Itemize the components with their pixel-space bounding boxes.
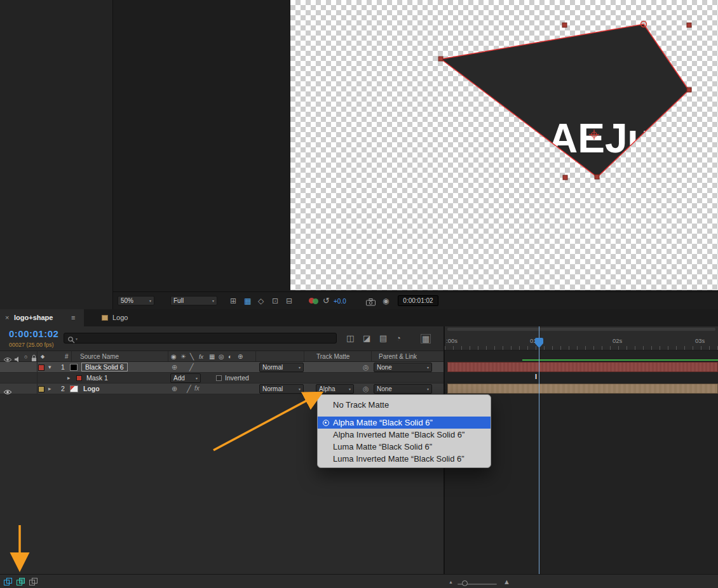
draft-3d-icon[interactable]: ◪ — [363, 334, 370, 342]
search-box[interactable]: ▾ — [64, 333, 337, 344]
index-column-header: # — [65, 351, 69, 363]
label-color-swatch[interactable] — [38, 386, 44, 392]
ruler-ticks — [445, 346, 718, 350]
menu-item-label: Alpha Inverted Matte “Black Solid 6” — [333, 430, 464, 439]
search-input[interactable] — [82, 334, 331, 342]
chevron-down-icon: ▾ — [299, 387, 301, 391]
eye-icon[interactable] — [3, 386, 12, 398]
radio-selected-icon — [323, 420, 329, 426]
work-area-bar[interactable] — [447, 328, 715, 331]
effects-icon: fx — [199, 351, 203, 363]
mask-mode-dropdown[interactable]: Add ▾ — [170, 373, 201, 383]
menu-item-alpha-matte[interactable]: Alpha Matte “Black Solid 6” — [318, 417, 491, 429]
shy-icon: ◉ — [171, 351, 177, 363]
expander-icon[interactable]: ▸ — [67, 375, 71, 381]
expander-icon[interactable]: ▾ — [48, 364, 51, 370]
frame-blend-icon: ▦ — [209, 351, 215, 363]
expand-in-out-icon[interactable] — [29, 577, 37, 588]
close-icon[interactable]: × — [5, 314, 9, 321]
resolution-dropdown[interactable]: Full ▾ — [170, 296, 217, 305]
blend-mode-dropdown[interactable]: Normal ▾ — [259, 384, 304, 394]
menu-separator — [318, 411, 491, 417]
tab-label: Logo — [112, 314, 128, 321]
quality-switch-icon[interactable]: ╱ — [189, 364, 194, 371]
graph-editor-icon[interactable]: ▦ — [421, 334, 431, 344]
frame-blending-icon[interactable]: ▤ — [379, 334, 387, 342]
magnification-dropdown[interactable]: 50% ▾ — [118, 296, 154, 305]
anchor-switch-icon[interactable]: ⊕ — [172, 364, 177, 371]
transparency-grid-icon[interactable]: ▦ — [244, 297, 251, 305]
blend-mode-value: Normal — [262, 385, 283, 392]
cached-frames-indicator — [522, 359, 718, 361]
tab-logo[interactable]: Logo — [95, 309, 144, 326]
search-icon — [67, 335, 75, 346]
region-of-interest-icon[interactable]: ⊡ — [272, 297, 278, 305]
menu-item-alpha-inverted-matte[interactable]: Alpha Inverted Matte “Black Solid 6” — [318, 429, 491, 441]
blend-mode-value: Normal — [262, 364, 283, 371]
quality-switch-icon[interactable]: ╱ — [187, 385, 191, 392]
ruler-label: :00s — [446, 337, 457, 344]
magnification-value: 50% — [121, 297, 133, 304]
reset-exposure-icon[interactable]: ↺ — [323, 297, 330, 305]
layer-index: 2 — [61, 384, 65, 394]
timeline-zoom-handle[interactable] — [462, 580, 468, 586]
motion-blur-icon[interactable]: ◔ — [396, 334, 401, 342]
track-matte-value: Alpha — [319, 385, 335, 392]
playhead-line[interactable] — [539, 326, 539, 575]
menu-item-label: Luma Matte “Black Solid 6” — [333, 442, 432, 451]
parent-pick-whip-icon[interactable]: ◎ — [363, 364, 369, 371]
parent-dropdown[interactable]: None ▾ — [374, 384, 432, 394]
show-channel-icon[interactable] — [309, 298, 319, 304]
time-ruler[interactable]: :00s 01s 02s 03s — [445, 326, 718, 351]
parent-value: None — [377, 364, 392, 371]
menu-item-luma-matte[interactable]: Luma Matte “Black Solid 6” — [318, 441, 491, 453]
mask-color-swatch[interactable] — [76, 375, 82, 381]
frame-info: 00027 (25.00 fps) — [9, 342, 54, 348]
choose-grid-icon[interactable]: ⊞ — [230, 297, 236, 305]
inverted-checkbox[interactable] — [216, 375, 222, 381]
exposure-value[interactable]: +0.0 — [334, 298, 346, 305]
mask-visibility-icon[interactable]: ◇ — [258, 297, 264, 305]
ruler-label: 02s — [613, 337, 622, 344]
solo-icon: ○ — [24, 351, 27, 363]
zoom-in-icon[interactable]: ▲ — [503, 578, 510, 585]
menu-item-luma-inverted-matte[interactable]: Luma Inverted Matte “Black Solid 6” — [318, 453, 491, 465]
blend-mode-dropdown[interactable]: Normal ▾ — [259, 363, 304, 372]
chevron-down-icon: ▾ — [212, 298, 214, 303]
mask-name[interactable]: Mask 1 — [86, 373, 108, 384]
chevron-down-icon: ▾ — [196, 376, 198, 380]
layer-row-black-solid[interactable]: ▾ 1 Black Solid 6 ⊕ ╱ Normal ▾ ◎ None ▾ — [0, 362, 444, 373]
label-color-swatch[interactable] — [38, 364, 44, 371]
mask-row[interactable]: ▸ Mask 1 Add ▾ Inverted — [0, 373, 444, 384]
track-matte-dropdown[interactable]: Alpha ▾ — [316, 384, 354, 394]
effects-switch-icon[interactable]: fx — [194, 385, 200, 392]
expand-transfer-controls-icon[interactable] — [17, 577, 25, 588]
guides-icon[interactable]: ⊟ — [286, 297, 292, 305]
comp-mini-flowchart-icon[interactable]: ◫ — [346, 334, 354, 342]
show-snapshot-icon[interactable]: ◉ — [383, 297, 389, 305]
layer-name[interactable]: Logo — [83, 384, 100, 394]
expand-layer-switches-icon[interactable] — [4, 577, 12, 588]
expander-icon[interactable]: ▸ — [48, 385, 51, 392]
mask-shape[interactable] — [441, 24, 689, 177]
anchor-switch-icon[interactable]: ⊕ — [172, 385, 177, 392]
panel-menu-icon[interactable]: ≡ — [71, 314, 75, 321]
mask-property-marker[interactable]: I — [535, 373, 537, 380]
comp-overlay: AEJu — [290, 0, 718, 290]
current-time-display[interactable]: 0:00:01:02 — [9, 328, 58, 339]
preview-timecode[interactable]: 0:00:01:02 — [398, 295, 438, 306]
inverted-label: Inverted — [225, 373, 249, 384]
layer-bar-logo[interactable] — [447, 384, 718, 394]
zoom-out-icon[interactable]: ▲ — [449, 580, 453, 584]
source-name-header: Source Name — [80, 351, 119, 363]
parent-dropdown[interactable]: None ▾ — [374, 363, 432, 372]
tab-logo-shape[interactable]: × logo+shape ≡ — [0, 309, 84, 326]
layer-bar-black-solid[interactable] — [447, 362, 718, 372]
layer-row-logo[interactable]: ▸ 2 Logo ⊕ ╱ fx Normal ▾ Alpha ▾ ◎ None … — [0, 384, 444, 394]
menu-item-no-track-matte[interactable]: No Track Matte — [318, 398, 491, 411]
parent-pick-whip-icon[interactable]: ◎ — [363, 385, 369, 392]
snapshot-camera-icon[interactable] — [366, 297, 376, 309]
ruler-label: 03s — [695, 337, 705, 344]
layer-name[interactable]: Black Solid 6 — [81, 363, 128, 371]
comp-canvas[interactable]: AEJu — [290, 0, 718, 290]
